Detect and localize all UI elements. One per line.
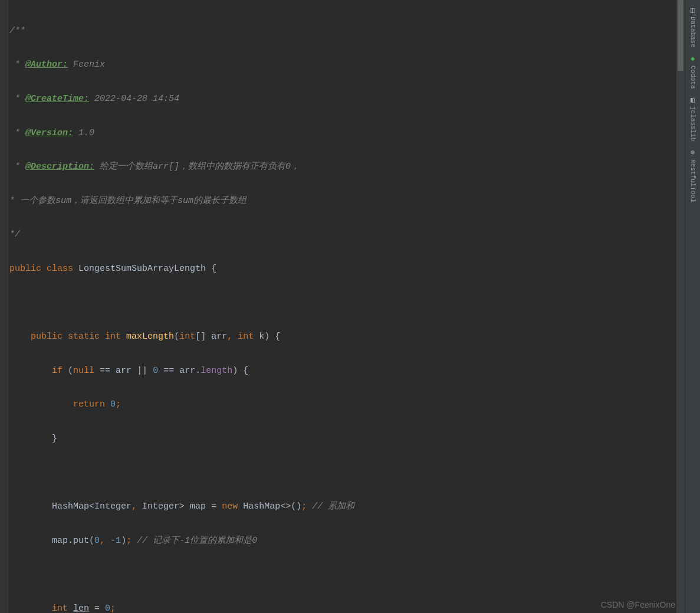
kw-public: public <box>9 264 41 274</box>
doc-version-val: 1.0 <box>73 128 94 138</box>
codota-icon: ◆ <box>689 55 697 63</box>
tool-jclasslib[interactable]: ◧ jclasslib <box>688 93 698 143</box>
editor-gutter <box>0 0 8 613</box>
vertical-scrollbar[interactable] <box>676 0 685 613</box>
restful-icon: ⊚ <box>689 149 697 157</box>
doc-open: /** <box>9 26 25 36</box>
watermark-text: CSDN @FeenixOne <box>601 600 675 609</box>
tool-label: jclasslib <box>689 106 696 141</box>
doc-desc-line2: * 一个参数sum，请返回数组中累加和等于sum的最长子数组 <box>9 196 247 206</box>
tool-label: Database <box>689 17 696 48</box>
scrollbar-thumb[interactable] <box>678 0 683 71</box>
jclasslib-icon: ◧ <box>689 96 697 104</box>
doc-close: */ <box>9 230 20 240</box>
tool-label: RestfulTool <box>689 159 696 202</box>
doc-desc-val: 给定一个数组arr[]，数组中的数据有正有负有0， <box>94 162 300 172</box>
method-name: maxLength <box>126 332 174 342</box>
doc-author-val: Feenix <box>68 60 105 70</box>
comment-record: // 记录下-1位置的累加和是0 <box>137 536 257 546</box>
doc-version-tag: @Version: <box>25 128 73 138</box>
doc-create-val: 2022-04-28 14:54 <box>89 94 179 104</box>
class-name: LongestSumSubArrayLength <box>78 264 206 274</box>
tool-codota[interactable]: ◆ Codota <box>688 53 698 91</box>
kw-class: class <box>47 264 73 274</box>
tool-restful[interactable]: ⊚ RestfulTool <box>688 146 698 205</box>
doc-author-tag: @Author: <box>25 60 68 70</box>
comment-accum: // 累加和 <box>312 501 354 512</box>
database-icon: ◫ <box>689 6 697 14</box>
tool-label: Codota <box>689 65 696 89</box>
code-editor[interactable]: /** * @Author: Feenix * @CreateTime: 202… <box>8 0 676 613</box>
doc-desc-tag: @Description: <box>25 162 94 172</box>
tool-database[interactable]: ◫ Database <box>688 4 698 50</box>
doc-create-tag: @CreateTime: <box>25 94 89 104</box>
right-tool-sidebar: ◫ Database ◆ Codota ◧ jclasslib ⊚ Restfu… <box>685 0 700 613</box>
